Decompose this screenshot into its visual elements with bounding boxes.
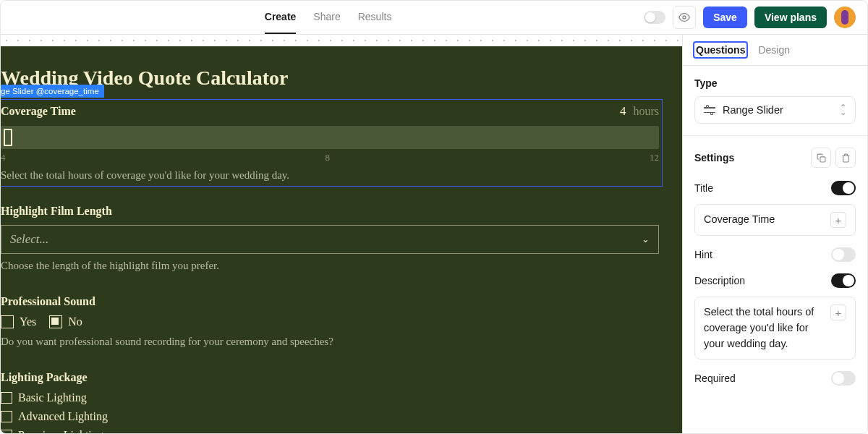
type-select[interactable]: Range Slider ⌃⌄ <box>694 96 856 124</box>
q1-title: Coverage Time <box>1 105 76 118</box>
q4-option-premium[interactable]: Premium Lighting <box>1 429 659 433</box>
title-input[interactable]: Coverage Time + <box>694 204 856 236</box>
q1-value: 4 <box>620 104 626 118</box>
description-input[interactable]: Select the total hours of coverage you'd… <box>694 297 856 359</box>
q3-option-yes[interactable]: Yes <box>1 315 36 328</box>
question-coverage-time[interactable]: Range Slider @coverage_time Coverage Tim… <box>1 100 662 186</box>
radio-icon <box>1 315 14 328</box>
range-slider[interactable] <box>1 126 659 149</box>
required-toggle[interactable] <box>831 371 856 386</box>
slider-max: 12 <box>650 152 659 163</box>
topbar: Create Share Results Save View plans <box>1 1 867 35</box>
description-setting-label: Description <box>694 275 745 286</box>
q3-description: Do you want professional sound recording… <box>1 336 659 348</box>
title-setting-label: Title <box>694 182 713 194</box>
checkbox-icon <box>1 411 12 422</box>
sidebar-tab-design[interactable]: Design <box>757 43 791 57</box>
q4-title: Lighting Package <box>1 371 88 384</box>
trash-icon <box>841 153 851 163</box>
sidebar: Questions Design Type Range Slider ⌃⌄ Se… <box>683 35 867 433</box>
eye-icon <box>678 12 690 23</box>
hint-toggle[interactable] <box>831 247 856 262</box>
required-setting-label: Required <box>694 373 736 384</box>
hint-setting-label: Hint <box>694 249 712 260</box>
copy-icon <box>817 153 826 163</box>
q4-option-basic[interactable]: Basic Lighting <box>1 391 659 404</box>
svg-point-0 <box>683 16 686 19</box>
slider-icon <box>704 105 715 115</box>
description-input-value: Select the total hours of coverage you'd… <box>704 305 825 352</box>
block-tag: Range Slider @coverage_time <box>1 85 104 98</box>
question-professional-sound[interactable]: Professional Sound Yes No Do you want pr… <box>1 291 662 352</box>
duplicate-button[interactable] <box>811 148 831 168</box>
question-highlight-length[interactable]: Highlight Film Length Select... ⌄ Choose… <box>1 200 662 276</box>
q2-title: Highlight Film Length <box>1 205 112 218</box>
delete-button[interactable] <box>835 148 856 168</box>
type-label: Type <box>694 77 856 89</box>
slider-mid: 8 <box>326 152 331 163</box>
chevron-updown-icon: ⌃⌄ <box>840 105 846 114</box>
description-toggle[interactable] <box>831 273 856 288</box>
q3-title: Professional Sound <box>1 295 95 308</box>
title-add-button[interactable]: + <box>830 212 846 228</box>
save-button[interactable]: Save <box>703 7 747 28</box>
title-input-value: Coverage Time <box>704 212 775 228</box>
title-toggle[interactable] <box>831 181 856 195</box>
type-value: Range Slider <box>723 104 783 116</box>
slider-min: 4 <box>1 152 6 163</box>
svg-rect-1 <box>820 156 825 161</box>
avatar[interactable] <box>834 7 856 28</box>
view-plans-button[interactable]: View plans <box>754 7 827 28</box>
q2-placeholder: Select... <box>10 232 48 247</box>
sidebar-tab-questions[interactable]: Questions <box>694 43 746 57</box>
publish-toggle[interactable] <box>644 11 665 24</box>
q2-dropdown[interactable]: Select... ⌄ <box>1 225 659 254</box>
chevron-down-icon: ⌄ <box>642 234 650 245</box>
checkbox-icon <box>1 430 12 433</box>
tab-share[interactable]: Share <box>313 1 340 34</box>
q1-unit: hours <box>633 105 659 117</box>
q4-option-advanced[interactable]: Advanced Lighting <box>1 410 659 423</box>
tab-create[interactable]: Create <box>265 1 297 34</box>
preview-button[interactable] <box>673 6 696 29</box>
slider-handle[interactable] <box>4 129 12 146</box>
question-lighting-package[interactable]: Lighting Package Basic Lighting Advanced… <box>1 367 662 433</box>
checkbox-icon <box>1 392 12 404</box>
q3-option-no[interactable]: No <box>49 315 82 328</box>
canvas-area[interactable]: Wedding Video Quote Calculator Range Sli… <box>1 35 683 433</box>
radio-icon <box>49 315 62 328</box>
tab-results[interactable]: Results <box>358 1 392 34</box>
q1-description: Select the total hours of coverage you'd… <box>1 169 659 182</box>
description-add-button[interactable]: + <box>830 305 846 320</box>
settings-label: Settings <box>694 152 734 163</box>
q2-description: Choose the length of the highlight film … <box>1 260 659 272</box>
